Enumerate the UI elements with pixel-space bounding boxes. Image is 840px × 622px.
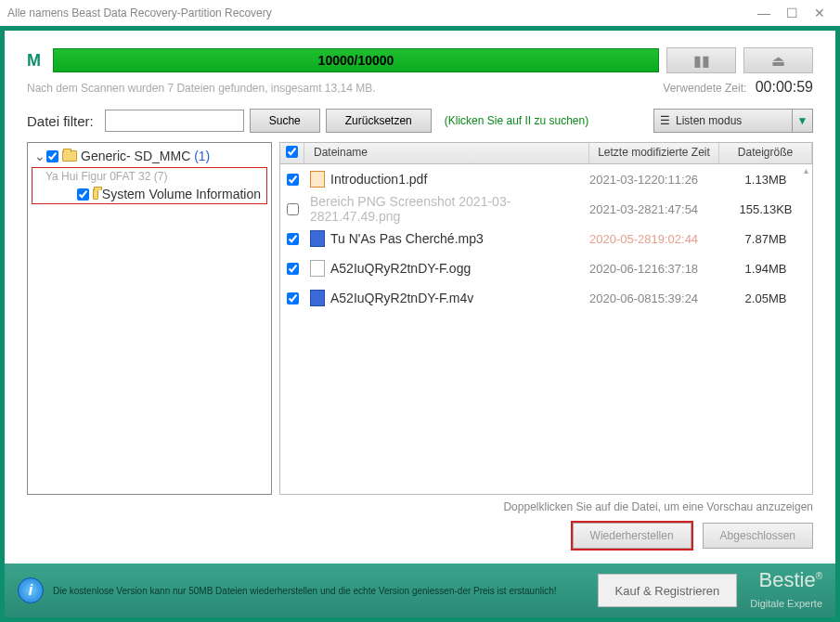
file-row[interactable]: A52IuQRyR2tnDY-F.ogg2020-06-1216:37:181.… (280, 253, 812, 283)
file-type-icon (310, 290, 325, 306)
maximize-button[interactable]: ☐ (779, 0, 805, 26)
file-type-icon (310, 230, 325, 247)
caret-down-icon[interactable]: ⌄ (33, 149, 46, 163)
folder-icon (93, 188, 98, 200)
view-mode-arrow[interactable]: ▼ (793, 109, 813, 133)
footer-bar: i Die kostenlose Version kann nur 50MB D… (5, 564, 835, 617)
file-name: Tu N'As Pas Cherché.mp3 (330, 231, 484, 246)
tree-child-row[interactable]: System Volume Information (32, 185, 266, 203)
filter-label: Datei filter: (27, 113, 94, 129)
close-button[interactable]: ✕ (807, 0, 833, 26)
tree-child-label: System Volume Information (102, 187, 261, 201)
search-hint: (Klicken Sie auf II zu suchen) (445, 114, 588, 127)
brand-logo: Bestie® Digitale Experte (750, 570, 822, 611)
file-checkbox[interactable] (287, 263, 299, 275)
stop-icon: ⏏ (771, 52, 785, 70)
file-name: A52IuQRyR2tnDY-F.ogg (330, 261, 471, 276)
file-checkbox[interactable] (287, 292, 299, 305)
view-mode-label: Listen modus (676, 114, 742, 127)
scroll-up-arrow[interactable]: ▴ (801, 165, 810, 176)
elapsed-value: 00:00:59 (756, 79, 813, 95)
scan-status-text: Nach dem Scannen wurden 7 Dateien gefund… (27, 82, 663, 95)
file-size: 155.13KB (719, 202, 812, 216)
file-type-icon (310, 260, 325, 277)
tree-root-checkbox[interactable] (46, 150, 58, 162)
file-size: 1.94MB (719, 262, 812, 276)
col-date-header[interactable]: Letzte modifizierte Zeit (589, 143, 719, 163)
trial-notice: Die kostenlose Version kann nur 50MB Dat… (53, 586, 557, 596)
file-row[interactable]: Introduction1.pdf2021-03-1220:11:261.13M… (280, 164, 812, 194)
file-size: 7.87MB (719, 232, 812, 246)
done-button[interactable]: Abgeschlossen (703, 523, 813, 549)
file-checkbox[interactable] (287, 203, 299, 215)
folder-tree[interactable]: ⌄ Generic- SD_MMC (1) Ya Hui Figur 0FAT … (27, 142, 272, 495)
select-all-checkbox[interactable] (286, 146, 298, 158)
stop-button[interactable]: ⏏ (743, 47, 813, 73)
tree-child-checkbox[interactable] (77, 188, 89, 201)
search-button[interactable]: Suche (250, 109, 320, 133)
list-icon: ☰ (660, 114, 670, 127)
tree-root-label: Generic- SD_MMC (81, 149, 190, 163)
pause-button[interactable]: ▮▮ (666, 47, 736, 73)
scan-progress-bar: 10000/10000 (53, 48, 659, 72)
file-row[interactable]: Bereich PNG Screenshot 2021-03-2821.47.4… (280, 194, 812, 224)
progress-text: 10000/10000 (318, 53, 394, 68)
file-date: 2020-05-2819:02:44 (589, 232, 719, 246)
file-checkbox[interactable] (287, 233, 299, 245)
file-list[interactable]: Dateiname Letzte modifizierte Zeit Datei… (279, 142, 813, 495)
pause-icon: ▮▮ (693, 52, 710, 70)
drive-letter: M (27, 51, 45, 71)
tree-group-label: Ya Hui Figur 0FAT 32 (7) (45, 170, 167, 183)
tree-group-row[interactable]: Ya Hui Figur 0FAT 32 (7) (32, 168, 266, 185)
minimize-button[interactable]: — (751, 0, 777, 26)
tree-highlight-box: Ya Hui Figur 0FAT 32 (7) System Volume I… (32, 167, 267, 204)
tree-root-row[interactable]: ⌄ Generic- SD_MMC (1) (28, 147, 271, 165)
chevron-down-icon: ▼ (797, 114, 808, 127)
file-name: A52IuQRyR2tnDY-F.m4v (330, 291, 473, 305)
recover-button[interactable]: Wiederherstellen (573, 523, 691, 549)
preview-hint: Doppelklicken Sie auf die Datei, um eine… (27, 500, 813, 513)
file-size: 1.13MB (719, 173, 812, 187)
file-date: 2020-06-1216:37:18 (589, 262, 719, 276)
file-date: 2021-03-2821:47:54 (589, 202, 719, 216)
file-date: 2020-06-0815:39:24 (589, 292, 719, 305)
col-checkbox-header[interactable] (280, 143, 304, 163)
file-date: 2021-03-1220:11:26 (589, 173, 719, 187)
tree-root-count: (1) (194, 149, 210, 163)
file-size: 2.05MB (719, 292, 812, 305)
info-icon: i (18, 577, 44, 603)
reset-button[interactable]: Zurücksetzen (326, 109, 432, 133)
window-title: Alle namens Beast Data Recovery-Partitio… (7, 6, 751, 19)
file-checkbox[interactable] (287, 174, 299, 186)
buy-register-button[interactable]: Kauf & Registrieren (598, 574, 738, 607)
folder-icon (62, 150, 77, 162)
file-row[interactable]: A52IuQRyR2tnDY-F.m4v2020-06-0815:39:242.… (280, 283, 812, 313)
col-name-header[interactable]: Dateiname (304, 143, 589, 163)
elapsed-label: Verwendete Zeit: (663, 82, 746, 95)
file-name: Introduction1.pdf (330, 172, 427, 187)
col-size-header[interactable]: Dateigröße (719, 143, 812, 163)
list-header: Dateiname Letzte modifizierte Zeit Datei… (280, 143, 812, 164)
file-row[interactable]: Tu N'As Pas Cherché.mp32020-05-2819:02:4… (280, 224, 812, 253)
file-type-icon (310, 171, 325, 188)
filter-input[interactable] (105, 110, 244, 132)
view-mode-dropdown[interactable]: ☰ Listen modus (653, 109, 793, 133)
file-name: Bereich PNG Screenshot 2021-03-2821.47.4… (310, 194, 589, 224)
